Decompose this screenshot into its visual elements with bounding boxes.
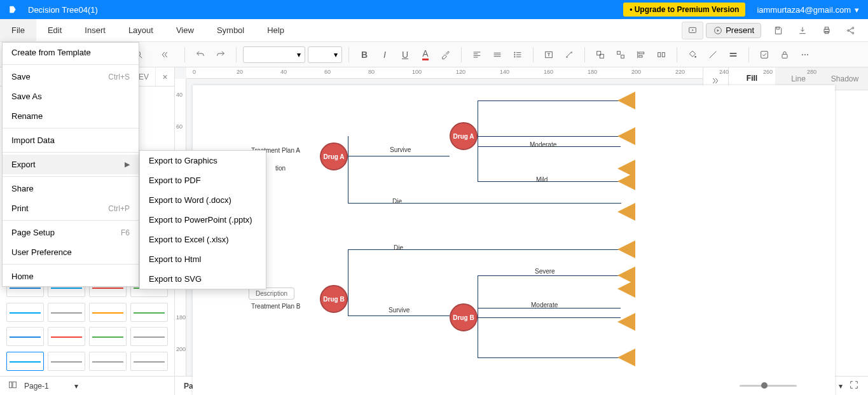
menu-help[interactable]: Help: [256, 19, 296, 41]
label-mild-a: Mild: [536, 176, 548, 183]
ungroup-button[interactable]: [612, 46, 630, 64]
group-button[interactable]: [591, 46, 609, 64]
shape-thumb[interactable]: [130, 327, 168, 346]
shape-thumb[interactable]: [48, 303, 85, 322]
share-icon-button[interactable]: [840, 22, 862, 39]
chevron-down-icon: ▾: [74, 382, 78, 391]
terminal-tri[interactable]: [617, 172, 635, 190]
menu-view[interactable]: View: [165, 19, 205, 41]
check-button[interactable]: [755, 46, 773, 64]
underline-button[interactable]: U: [396, 46, 414, 64]
menu-symbol[interactable]: Symbol: [205, 19, 256, 41]
connector-button[interactable]: [560, 46, 578, 64]
size-match-button[interactable]: [652, 46, 670, 64]
export-ppt[interactable]: Export to PowerPoint (.pptx): [140, 210, 266, 230]
fullscreen-icon[interactable]: [849, 380, 859, 392]
shape-thumb[interactable]: [130, 352, 168, 371]
file-page-setup[interactable]: Page SetupF6: [3, 223, 139, 242]
italic-button[interactable]: I: [376, 46, 394, 64]
file-export[interactable]: Export▶: [3, 155, 139, 174]
terminal-tri[interactable]: [617, 313, 635, 331]
shape-thumb[interactable]: [6, 327, 44, 346]
bullets-button[interactable]: [509, 46, 527, 64]
shape-thumb[interactable]: [6, 303, 44, 322]
file-save[interactable]: SaveCtrl+S: [3, 67, 139, 87]
align-vertical-button[interactable]: [488, 46, 506, 64]
file-user-preference[interactable]: User Preference: [3, 242, 139, 262]
ruler-horizontal: 020406080100120140160180200220240260280: [186, 67, 703, 79]
align-left-button[interactable]: [468, 46, 486, 64]
svg-rect-23: [761, 51, 768, 58]
save-icon-button[interactable]: [768, 22, 789, 39]
download-icon-button[interactable]: [792, 22, 813, 39]
shape-thumb[interactable]: [130, 303, 168, 322]
line-style-button[interactable]: [724, 46, 742, 64]
export-word[interactable]: Export to Word (.docx): [140, 190, 266, 210]
node-drug-a2[interactable]: Drug A: [450, 122, 478, 150]
export-graphics[interactable]: Export to Graphics: [140, 151, 266, 170]
more-button[interactable]: [796, 46, 814, 64]
font-color-button[interactable]: A: [417, 46, 434, 64]
upgrade-button[interactable]: • Upgrade to Premium Version: [623, 3, 745, 17]
export-pdf[interactable]: Export to PDF: [140, 170, 266, 190]
shape-thumb[interactable]: [89, 303, 127, 322]
terminal-tri[interactable]: [617, 280, 635, 298]
terminal-tri[interactable]: [617, 92, 635, 109]
chevron-down-icon[interactable]: ▾: [839, 382, 843, 391]
menu-insert[interactable]: Insert: [73, 19, 117, 41]
print-icon-button[interactable]: [816, 22, 837, 39]
shape-thumb[interactable]: [6, 352, 44, 371]
file-print[interactable]: PrintCtrl+P: [3, 198, 139, 218]
file-import-data[interactable]: Import Data: [3, 130, 139, 150]
zoom-slider[interactable]: [740, 385, 797, 387]
collapse-left-icon[interactable]: [155, 46, 173, 64]
terminal-tri[interactable]: [617, 203, 635, 221]
terminal-tri[interactable]: [617, 349, 635, 366]
highlight-button[interactable]: [437, 46, 455, 64]
fill-color-button[interactable]: [684, 46, 701, 64]
file-rename[interactable]: Rename: [3, 106, 139, 126]
align-shapes-button[interactable]: [632, 46, 650, 64]
export-svg[interactable]: Export to SVG: [140, 269, 266, 289]
shape-thumb[interactable]: [89, 327, 127, 346]
label-moderate-b: Moderate: [531, 301, 558, 308]
node-drug-b2[interactable]: Drug B: [450, 303, 478, 331]
export-submenu: Export to Graphics Export to PDF Export …: [139, 150, 266, 289]
file-share[interactable]: Share: [3, 179, 139, 198]
chevron-down-icon: ▾: [855, 5, 859, 15]
text-box-button[interactable]: [540, 46, 558, 64]
shape-thumb[interactable]: [89, 352, 127, 371]
zoom-slider-thumb[interactable]: [761, 382, 768, 389]
font-family-select[interactable]: ▾: [243, 46, 305, 63]
menu-edit[interactable]: Edit: [36, 19, 73, 41]
node-drug-b[interactable]: Drug B: [320, 285, 348, 313]
line-color-button[interactable]: [704, 46, 722, 64]
canvas-page[interactable]: Treatment Plan A tion Drug A Survive Die…: [193, 85, 835, 395]
svg-rect-2: [776, 27, 779, 29]
lock-button[interactable]: [776, 46, 794, 64]
edge: [478, 275, 478, 358]
account-menu[interactable]: iammurtaza4@gmail.com ▾: [757, 5, 868, 15]
file-home[interactable]: Home: [3, 267, 139, 286]
font-size-select[interactable]: ▾: [308, 46, 342, 63]
menu-layout[interactable]: Layout: [117, 19, 165, 41]
slideshow-icon-button[interactable]: [682, 22, 703, 39]
undo-button[interactable]: [191, 46, 209, 64]
redo-button[interactable]: [212, 46, 230, 64]
export-excel[interactable]: Export to Excel (.xlsx): [140, 230, 266, 249]
page-selector[interactable]: Page-1▾: [24, 382, 78, 391]
node-drug-a[interactable]: Drug A: [320, 142, 348, 170]
shape-thumb[interactable]: [48, 352, 85, 371]
svg-point-26: [804, 54, 806, 55]
page-layout-icon[interactable]: [8, 380, 18, 392]
export-html[interactable]: Export to Html: [140, 249, 266, 269]
close-left-tab-icon[interactable]: ×: [155, 67, 174, 86]
file-create-template[interactable]: Create from Template: [3, 43, 139, 62]
shape-thumb[interactable]: [48, 327, 85, 346]
file-save-as[interactable]: Save As: [3, 87, 139, 106]
terminal-tri[interactable]: [617, 127, 635, 145]
bold-button[interactable]: B: [355, 46, 373, 64]
present-button[interactable]: Present: [706, 23, 761, 38]
menu-file[interactable]: File: [0, 19, 36, 41]
terminal-tri[interactable]: [617, 240, 635, 258]
